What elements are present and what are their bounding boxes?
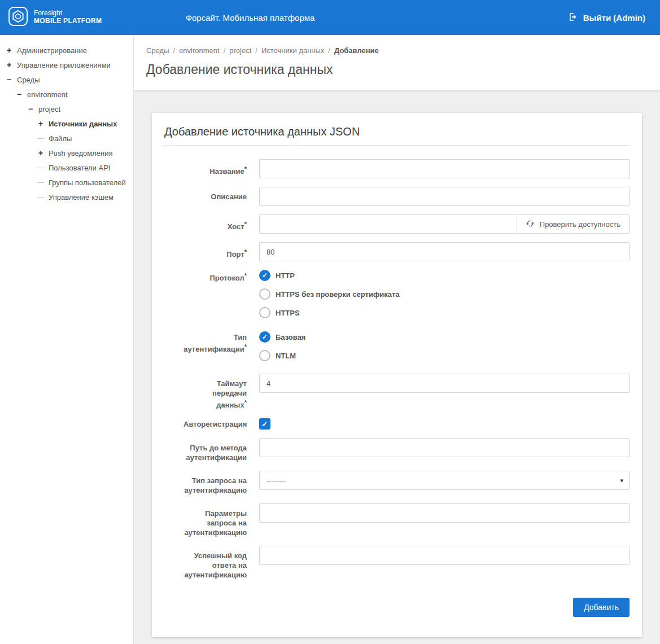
sidebar-item-environment[interactable]: − environment xyxy=(0,87,133,102)
port-field[interactable] xyxy=(259,242,630,261)
description-row: Описание xyxy=(163,187,630,206)
chevron-down-icon: ▾ xyxy=(620,477,623,484)
timeout-row: Таймаут передачи данных* xyxy=(163,374,630,410)
description-field[interactable] xyxy=(259,187,630,206)
host-row: Хост* Проверить доступность xyxy=(163,214,630,234)
sidebar-item-data-sources[interactable]: + Источники данных xyxy=(0,116,133,131)
expand-plus-icon[interactable]: + xyxy=(37,119,44,128)
radio-unchecked-icon[interactable] xyxy=(259,307,270,318)
expand-plus-icon[interactable]: + xyxy=(6,46,12,55)
check-availability-label: Проверить доступность xyxy=(540,220,620,229)
sidebar-item-user-groups[interactable]: — Группы пользователей xyxy=(0,175,133,190)
host-label: Хост* xyxy=(183,214,247,234)
content-area: Добавление источника данных JSON Названи… xyxy=(134,90,660,637)
auth-request-type-row: Тип запроса на аутентификацию -------- ▾ xyxy=(163,471,630,495)
port-label: Порт* xyxy=(183,242,247,261)
check-availability-button[interactable]: Проверить доступность xyxy=(517,214,630,234)
expand-plus-icon[interactable]: + xyxy=(37,148,44,157)
brand-subtitle: MOBILE PLATFORM xyxy=(34,17,102,25)
radio-unchecked-icon[interactable] xyxy=(259,350,270,361)
auth-request-params-row: Параметры запроса на аутентификацию xyxy=(163,503,630,537)
required-mark: * xyxy=(244,165,247,172)
logout-button[interactable]: Выйти (Admin) xyxy=(568,12,660,24)
card-title: Добавление источника данных JSON xyxy=(163,114,630,146)
auth-request-params-label: Параметры запроса на аутентификацию xyxy=(183,503,247,537)
brand-name: Foresight xyxy=(34,10,102,17)
radio-basic-auth[interactable]: ✓ Базовая xyxy=(259,331,630,343)
sidebar-item-administration[interactable]: + Администрирование xyxy=(0,43,133,58)
description-label: Описание xyxy=(183,187,247,206)
auth-method-path-field[interactable] xyxy=(259,438,630,457)
refresh-icon xyxy=(526,219,535,230)
collapse-minus-icon[interactable]: − xyxy=(6,75,12,84)
add-data-source-card: Добавление источника данных JSON Названи… xyxy=(152,113,642,637)
expand-plus-icon[interactable]: + xyxy=(6,60,12,69)
breadcrumb-separator: / xyxy=(328,46,330,55)
auth-type-label: Тип аутентификации* xyxy=(183,331,247,361)
checkbox-checked-icon[interactable]: ✓ xyxy=(259,418,270,430)
radio-unchecked-icon[interactable] xyxy=(259,288,270,300)
page-title: Добавление источника данных xyxy=(146,62,646,77)
radio-https-no-cert-check[interactable]: HTTPS без проверки сертификата xyxy=(259,288,630,300)
auth-method-path-label: Путь до метода аутентификации xyxy=(183,438,247,462)
page-header: Среды / environment / project / Источник… xyxy=(134,35,660,90)
breadcrumb-item-environment[interactable]: environment xyxy=(179,46,220,55)
auth-request-type-select[interactable]: -------- ▾ xyxy=(259,471,630,490)
radio-checked-icon[interactable]: ✓ xyxy=(259,331,270,343)
sidebar-item-app-management[interactable]: + Управление приложениями xyxy=(0,58,133,72)
name-label: Название* xyxy=(183,159,247,178)
required-mark: * xyxy=(244,399,247,406)
autoregistration-checkbox[interactable]: ✓ xyxy=(259,418,630,430)
logout-icon xyxy=(568,12,578,24)
auth-success-code-row: Успешный код ответа на аутентификацию xyxy=(163,546,630,580)
brand: Foresight MOBILE PLATFORM xyxy=(0,6,134,29)
tree-branch-icon: — xyxy=(37,193,44,201)
required-mark: * xyxy=(244,272,247,279)
auth-type-row: Тип аутентификации* ✓ Базовая NTLM xyxy=(163,331,630,361)
foresight-logo-icon xyxy=(8,6,28,29)
sidebar-item-project[interactable]: − project xyxy=(0,102,133,116)
breadcrumb-item-project[interactable]: project xyxy=(229,46,251,55)
sidebar-item-cache-management[interactable]: — Управление кэшем xyxy=(0,190,133,204)
logout-label: Выйти (Admin) xyxy=(583,13,645,23)
breadcrumb-separator: / xyxy=(255,46,257,55)
collapse-minus-icon[interactable]: − xyxy=(27,104,34,113)
breadcrumb: Среды / environment / project / Источник… xyxy=(146,46,646,55)
autoregistration-label: Авторегистрация xyxy=(183,418,247,430)
name-field[interactable] xyxy=(259,159,630,178)
add-button[interactable]: Добавить xyxy=(573,598,630,617)
collapse-minus-icon[interactable]: − xyxy=(16,90,23,99)
select-value: -------- xyxy=(266,476,286,485)
required-mark: * xyxy=(244,221,247,227)
sidebar-item-environments[interactable]: − Среды xyxy=(0,72,133,87)
port-row: Порт* xyxy=(163,242,630,261)
radio-ntlm-auth[interactable]: NTLM xyxy=(259,350,630,361)
breadcrumb-separator: / xyxy=(224,46,226,55)
breadcrumb-item-environments[interactable]: Среды xyxy=(146,46,169,55)
timeout-label: Таймаут передачи данных* xyxy=(183,374,247,410)
required-mark: * xyxy=(244,343,247,350)
auth-request-params-field[interactable] xyxy=(259,503,630,523)
host-field[interactable] xyxy=(259,214,517,234)
sidebar-item-push-notifications[interactable]: + Push уведомления xyxy=(0,146,133,160)
breadcrumb-separator: / xyxy=(173,46,176,55)
protocol-row: Протокол* ✓ HTTP HTTPS без проверки серт… xyxy=(163,270,630,318)
name-row: Название* xyxy=(163,159,630,178)
required-mark: * xyxy=(244,248,247,255)
auth-method-path-row: Путь до метода аутентификации xyxy=(163,438,630,462)
breadcrumb-item-add: Добавление xyxy=(334,46,379,55)
breadcrumb-item-data-sources[interactable]: Источники данных xyxy=(261,46,324,55)
autoregistration-row: Авторегистрация ✓ xyxy=(163,418,630,430)
timeout-field[interactable] xyxy=(259,374,630,393)
protocol-label: Протокол* xyxy=(183,270,247,318)
auth-request-type-label: Тип запроса на аутентификацию xyxy=(183,471,247,495)
main-area: Среды / environment / project / Источник… xyxy=(134,35,660,644)
radio-http[interactable]: ✓ HTTP xyxy=(259,270,630,281)
radio-https[interactable]: HTTPS xyxy=(259,307,630,318)
sidebar-item-api-users[interactable]: — Пользователи API xyxy=(0,160,133,175)
radio-checked-icon[interactable]: ✓ xyxy=(259,270,270,281)
sidebar-item-files[interactable]: — Файлы xyxy=(0,131,133,146)
protocol-radio-group: ✓ HTTP HTTPS без проверки сертификата HT… xyxy=(259,270,630,318)
app-header: Foresight MOBILE PLATFORM Форсайт. Мобил… xyxy=(0,0,660,35)
auth-success-code-field[interactable] xyxy=(259,546,630,565)
